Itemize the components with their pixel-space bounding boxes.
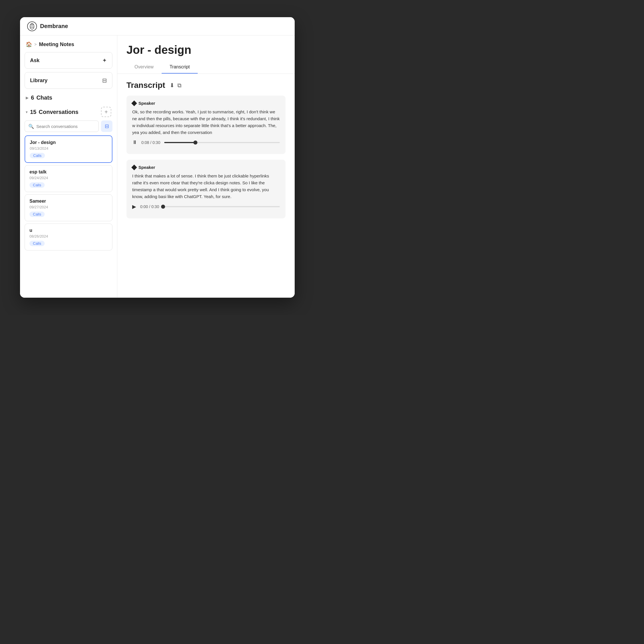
main-content: Jor - design Overview Transcript Transcr… bbox=[117, 35, 295, 298]
search-input[interactable] bbox=[36, 121, 95, 132]
conv-tag-3: Calls bbox=[29, 241, 45, 246]
breadcrumb: 🏠 > Meeting Notes bbox=[20, 35, 117, 52]
conv-tag-2: Calls bbox=[29, 211, 45, 217]
conv-tag-0: Calls bbox=[30, 153, 45, 158]
audio-player-1: ▶ 0:00 / 0:30 bbox=[132, 200, 280, 213]
speaker-diamond-icon-0 bbox=[131, 100, 137, 106]
speaker-name-1: Speaker bbox=[138, 165, 155, 170]
speaker-block-0: Speaker Ok, so the recording works. Yeah… bbox=[126, 96, 286, 154]
conversation-item-3[interactable]: u 08/26/2024 Calls bbox=[25, 223, 112, 250]
conv-date-1: 09/24/2024 bbox=[29, 176, 108, 180]
audio-thumb-0 bbox=[193, 140, 197, 144]
ask-card[interactable]: Ask ✦ bbox=[25, 52, 112, 69]
audio-progress-0 bbox=[164, 142, 195, 143]
conversation-item-1[interactable]: esp talk 09/24/2024 Calls bbox=[25, 165, 112, 192]
library-card[interactable]: Library ⊟ bbox=[25, 72, 112, 89]
speaker-label-row-0: Speaker bbox=[132, 101, 280, 106]
tabs-row: Overview Transcript bbox=[126, 61, 286, 74]
ask-label: Ask bbox=[30, 58, 39, 64]
transcript-title: Transcript bbox=[126, 81, 165, 90]
conv-title-1: esp talk bbox=[29, 169, 108, 175]
add-conversation-button[interactable]: + bbox=[101, 107, 111, 117]
conversations-label: Conversations bbox=[39, 109, 78, 115]
audio-player-0: ⏸ 0:08 / 0:30 bbox=[132, 136, 280, 149]
search-row: 🔍 ⊟ bbox=[25, 120, 112, 132]
chats-section[interactable]: ▶ 6 Chats bbox=[20, 92, 117, 104]
app-window: Dembrane 🏠 > Meeting Notes Ask ✦ Library… bbox=[20, 17, 295, 298]
tab-transcript[interactable]: Transcript bbox=[162, 61, 198, 74]
breadcrumb-separator: > bbox=[34, 42, 37, 47]
audio-time-1: 0:00 / 0:30 bbox=[140, 204, 159, 209]
audio-time-0: 0:08 / 0:30 bbox=[141, 140, 160, 145]
conversations-arrow-icon[interactable]: ▾ bbox=[26, 110, 28, 114]
audio-track-0[interactable] bbox=[164, 142, 280, 143]
library-label: Library bbox=[30, 78, 47, 84]
app-body: 🏠 > Meeting Notes Ask ✦ Library ⊟ ▶ 6 Ch… bbox=[20, 35, 295, 298]
transcript-actions: ⬇ ⧉ bbox=[170, 82, 181, 89]
audio-track-1[interactable] bbox=[163, 206, 280, 207]
app-name: Dembrane bbox=[40, 23, 68, 29]
speaker-name-0: Speaker bbox=[138, 101, 155, 106]
transcript-area: Transcript ⬇ ⧉ Speaker Ok, so the record… bbox=[117, 74, 295, 298]
conversations-section: ▾ 15 Conversations + 🔍 ⊟ bbox=[20, 104, 117, 253]
conversation-item-0[interactable]: Jor - design 09/13/2024 Calls bbox=[25, 135, 112, 163]
conv-title-0: Jor - design bbox=[30, 140, 107, 145]
app-header: Dembrane bbox=[20, 17, 295, 35]
main-header: Jor - design Overview Transcript bbox=[117, 35, 295, 74]
library-icon: ⊟ bbox=[102, 77, 107, 84]
plus-icon: + bbox=[104, 109, 108, 115]
sparkle-icon: ✦ bbox=[102, 57, 107, 64]
home-icon[interactable]: 🏠 bbox=[26, 41, 32, 47]
conv-date-3: 08/26/2024 bbox=[29, 234, 108, 238]
conversation-item-2[interactable]: Sameer 09/27/2024 Calls bbox=[25, 194, 112, 221]
conv-title-3: u bbox=[29, 228, 108, 233]
conv-title-2: Sameer bbox=[29, 199, 108, 204]
chats-label: Chats bbox=[36, 94, 52, 101]
breadcrumb-label: Meeting Notes bbox=[39, 41, 74, 47]
conversations-header: ▾ 15 Conversations + bbox=[25, 104, 112, 120]
chats-count: 6 bbox=[31, 94, 34, 101]
speaker-diamond-icon-1 bbox=[131, 164, 137, 170]
pause-button-0[interactable]: ⏸ bbox=[132, 139, 137, 145]
conv-date-2: 09/27/2024 bbox=[29, 205, 108, 209]
logo-area: Dembrane bbox=[27, 21, 68, 31]
chats-arrow-icon: ▶ bbox=[26, 96, 29, 100]
copy-button[interactable]: ⧉ bbox=[177, 82, 181, 89]
search-icon: 🔍 bbox=[28, 124, 34, 129]
speaker-text-0: Ok, so the recording works. Yeah, I just… bbox=[132, 108, 280, 136]
play-button-1[interactable]: ▶ bbox=[132, 203, 136, 210]
speaker-block-1: Speaker I think that makes a lot of sens… bbox=[126, 160, 286, 218]
tab-overview[interactable]: Overview bbox=[126, 61, 162, 74]
search-input-wrap: 🔍 bbox=[25, 120, 99, 132]
conv-tag-1: Calls bbox=[29, 182, 45, 188]
speaker-text-1: I think that makes a lot of sense. I thi… bbox=[132, 173, 280, 200]
conversations-header-left: ▾ 15 Conversations bbox=[26, 109, 78, 115]
conversations-count: 15 bbox=[30, 109, 36, 115]
speaker-label-row-1: Speaker bbox=[132, 165, 280, 170]
filter-button[interactable]: ⊟ bbox=[101, 120, 112, 132]
filter-icon: ⊟ bbox=[105, 123, 109, 129]
download-button[interactable]: ⬇ bbox=[170, 82, 175, 89]
conversation-list: Jor - design 09/13/2024 Calls esp talk 0… bbox=[25, 135, 112, 250]
sidebar: 🏠 > Meeting Notes Ask ✦ Library ⊟ ▶ 6 Ch… bbox=[20, 35, 117, 298]
logo-icon bbox=[27, 21, 37, 31]
page-title: Jor - design bbox=[126, 43, 286, 56]
conv-date-0: 09/13/2024 bbox=[30, 146, 107, 150]
audio-thumb-1 bbox=[161, 205, 165, 209]
transcript-header: Transcript ⬇ ⧉ bbox=[126, 81, 286, 90]
